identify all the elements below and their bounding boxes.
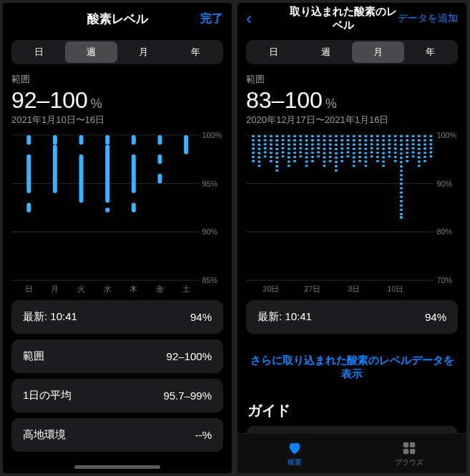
seg-year[interactable]: 年 bbox=[404, 41, 456, 63]
svg-rect-64 bbox=[270, 147, 273, 149]
svg-rect-204 bbox=[382, 160, 385, 162]
svg-rect-104 bbox=[305, 135, 308, 137]
svg-rect-22 bbox=[105, 135, 109, 145]
svg-rect-159 bbox=[346, 147, 349, 149]
svg-rect-40 bbox=[252, 135, 255, 137]
seg-year[interactable]: 年 bbox=[170, 41, 222, 63]
svg-text:85%: 85% bbox=[202, 276, 217, 284]
svg-rect-199 bbox=[382, 139, 385, 142]
metrics-list: 最新: 10:41 94% bbox=[246, 300, 458, 339]
time-range-segmented[interactable]: 日 週 月 年 bbox=[246, 40, 458, 64]
svg-rect-110 bbox=[305, 160, 308, 162]
seg-day[interactable]: 日 bbox=[248, 41, 300, 63]
svg-rect-170 bbox=[358, 135, 361, 137]
svg-rect-169 bbox=[353, 164, 356, 167]
guide-card[interactable]: 測定方法 bbox=[246, 426, 458, 433]
svg-rect-96 bbox=[293, 156, 296, 158]
row-high-altitude[interactable]: 高地環境 --% bbox=[11, 418, 223, 452]
svg-rect-228 bbox=[400, 174, 403, 176]
svg-rect-182 bbox=[364, 157, 367, 159]
svg-rect-202 bbox=[382, 152, 385, 154]
svg-rect-246 bbox=[411, 139, 414, 142]
svg-rect-241 bbox=[406, 147, 408, 149]
svg-rect-134 bbox=[329, 139, 332, 142]
row-latest[interactable]: 最新: 10:41 94% bbox=[11, 300, 223, 334]
home-indicator[interactable] bbox=[74, 465, 160, 469]
seg-day[interactable]: 日 bbox=[13, 41, 65, 63]
svg-rect-225 bbox=[400, 161, 403, 163]
svg-rect-253 bbox=[418, 144, 421, 146]
svg-rect-139 bbox=[329, 160, 332, 162]
svg-rect-71 bbox=[275, 148, 278, 150]
svg-text:火: 火 bbox=[77, 284, 85, 293]
back-button[interactable]: ‹ bbox=[246, 10, 289, 27]
svg-rect-267 bbox=[429, 139, 432, 142]
svg-rect-195 bbox=[376, 152, 379, 154]
svg-rect-191 bbox=[376, 135, 379, 137]
svg-text:95%: 95% bbox=[202, 179, 217, 188]
svg-rect-211 bbox=[388, 155, 391, 157]
svg-rect-194 bbox=[376, 147, 379, 149]
time-range-segmented[interactable]: 日 週 月 年 bbox=[11, 40, 223, 64]
svg-rect-65 bbox=[270, 152, 273, 154]
svg-rect-229 bbox=[400, 179, 403, 181]
row-daily-avg[interactable]: 1日の平均 95.7–99% bbox=[11, 379, 223, 412]
add-data-button[interactable]: データを追加 bbox=[398, 12, 458, 25]
svg-rect-250 bbox=[411, 155, 414, 157]
row-range[interactable]: 範囲 92–100% bbox=[11, 339, 223, 373]
svg-text:27日: 27日 bbox=[304, 284, 320, 293]
show-all-data-link[interactable]: さらに取り込まれた酸素のレベルデータを表示 bbox=[246, 354, 458, 381]
svg-rect-157 bbox=[346, 139, 349, 142]
tab-browse[interactable]: ブラウズ bbox=[352, 434, 466, 473]
seg-month[interactable]: 月 bbox=[352, 41, 404, 63]
svg-rect-145 bbox=[335, 157, 338, 159]
month-chart: 70%80%90%100%20日27日3日10日 bbox=[246, 131, 458, 293]
svg-rect-75 bbox=[275, 165, 278, 167]
svg-text:100%: 100% bbox=[202, 131, 222, 139]
svg-rect-105 bbox=[305, 139, 308, 142]
svg-rect-86 bbox=[288, 148, 290, 150]
svg-rect-135 bbox=[329, 144, 332, 146]
row-latest[interactable]: 最新: 10:41 94% bbox=[246, 300, 458, 334]
svg-rect-168 bbox=[353, 160, 356, 162]
svg-rect-154 bbox=[341, 156, 343, 158]
svg-rect-178 bbox=[364, 139, 367, 142]
svg-rect-196 bbox=[376, 156, 379, 158]
svg-rect-73 bbox=[275, 157, 278, 159]
svg-rect-231 bbox=[400, 187, 403, 189]
svg-rect-234 bbox=[400, 200, 403, 202]
seg-week[interactable]: 週 bbox=[300, 41, 352, 63]
svg-rect-237 bbox=[400, 213, 403, 215]
svg-rect-131 bbox=[323, 160, 325, 162]
svg-rect-119 bbox=[317, 135, 320, 137]
svg-rect-153 bbox=[341, 152, 343, 154]
svg-rect-239 bbox=[406, 139, 408, 142]
svg-rect-120 bbox=[317, 139, 320, 142]
svg-rect-46 bbox=[252, 160, 255, 162]
nav-bar: ‹ 取り込まれた酸素のレベル データを追加 bbox=[238, 3, 466, 34]
svg-rect-162 bbox=[353, 135, 356, 137]
svg-rect-59 bbox=[264, 152, 267, 154]
svg-text:土: 土 bbox=[182, 284, 190, 293]
svg-rect-58 bbox=[264, 147, 267, 149]
svg-rect-190 bbox=[370, 155, 373, 157]
tab-summary[interactable]: 概要 bbox=[238, 434, 352, 473]
svg-rect-268 bbox=[429, 143, 432, 145]
svg-rect-136 bbox=[329, 147, 332, 149]
svg-rect-50 bbox=[258, 148, 260, 150]
svg-rect-256 bbox=[418, 157, 421, 159]
svg-rect-245 bbox=[411, 135, 414, 137]
svg-rect-91 bbox=[293, 135, 296, 137]
svg-rect-84 bbox=[288, 139, 290, 142]
seg-month[interactable]: 月 bbox=[117, 41, 170, 63]
svg-rect-152 bbox=[341, 147, 343, 149]
svg-rect-102 bbox=[299, 152, 302, 154]
svg-rect-85 bbox=[288, 144, 290, 146]
svg-rect-51 bbox=[258, 152, 260, 154]
range-headline: 83–100 % bbox=[246, 87, 458, 114]
seg-week[interactable]: 週 bbox=[65, 41, 117, 63]
svg-rect-123 bbox=[317, 152, 320, 154]
svg-rect-115 bbox=[311, 147, 314, 149]
svg-rect-278 bbox=[410, 442, 415, 447]
done-button[interactable]: 完了 bbox=[180, 11, 223, 26]
